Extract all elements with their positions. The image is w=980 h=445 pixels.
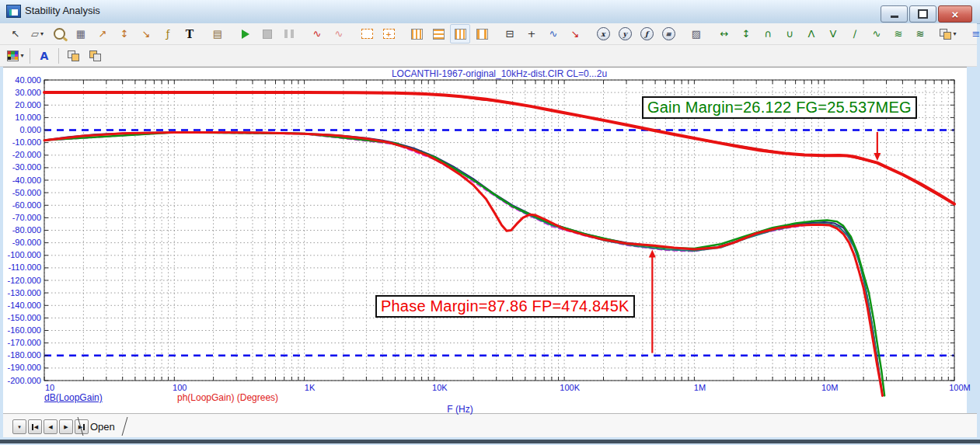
select-tool-button[interactable]: ↖ — [5, 24, 26, 43]
properties-dialog-icon: ▤ — [213, 29, 222, 39]
magnify-region-button[interactable]: + — [378, 24, 399, 43]
cursor-branches-button[interactable] — [450, 24, 470, 43]
gain-margin-annotation[interactable]: Gain Margin=26.122 FG=25.537MEG — [642, 96, 917, 119]
graphics-objects-dropdown-icon[interactable]: ▾ — [40, 30, 44, 37]
valley-button[interactable]: ∪ — [779, 24, 800, 43]
copy-graphics-button[interactable]: ▾ — [938, 24, 958, 43]
phase-margin-annotation[interactable]: Phase Margin=87.86 FP=474.845K — [375, 295, 635, 318]
x-axis-title: F (Hz) — [429, 404, 491, 415]
font-button[interactable]: A — [34, 46, 54, 65]
scroll-menu-button[interactable]: ▾ — [12, 419, 26, 434]
y-tick-label: -120.000 — [2, 276, 41, 285]
send-to-back-button[interactable] — [85, 46, 105, 65]
auto-scale-icon: ↗ — [99, 29, 107, 39]
text-report-button[interactable]: ≡ — [966, 24, 980, 43]
go-to-y-button[interactable]: y — [615, 24, 635, 43]
close-button[interactable]: × — [938, 5, 972, 23]
vertical-tag-icon: ↕ — [742, 29, 751, 39]
y-tick-label: -60.000 — [2, 200, 41, 210]
high-button[interactable]: Λ — [801, 24, 821, 43]
horizontal-cursor-button[interactable]: ⊟ — [500, 24, 520, 43]
cursor-pairs-button[interactable] — [472, 24, 492, 43]
go-to-performance-icon: ƒ — [640, 27, 654, 40]
go-to-branch-button[interactable]: ≡ — [658, 24, 678, 43]
vertical-auto-scale-icon: ↕ — [120, 29, 129, 39]
cursor-branches-icon — [455, 29, 466, 40]
next-plot-button[interactable]: ▶ — [59, 419, 73, 434]
tab-open[interactable]: Open — [78, 417, 127, 436]
go-to-x-button[interactable]: x — [593, 24, 613, 43]
graphics-objects-icon: ▱ — [31, 29, 39, 39]
text-tool-button[interactable]: T — [180, 24, 200, 43]
tracker-cursor-button[interactable]: + — [521, 24, 542, 43]
analysis-plot-button[interactable]: ∿ — [307, 24, 327, 43]
graphics-objects-button[interactable]: ▱▾ — [27, 24, 47, 43]
legend-ph-loopgain[interactable]: ph(LoopGain) (Degrees) — [177, 392, 278, 403]
bring-to-front-button[interactable] — [63, 46, 83, 65]
zoom-window-icon — [54, 28, 65, 40]
auto-scale-button[interactable]: ↗ — [92, 24, 113, 43]
restore-button[interactable] — [909, 5, 936, 23]
previous-plot-button[interactable]: ◀ — [44, 419, 58, 434]
scroll-menu-icon: ▾ — [18, 424, 21, 430]
y-tick-label: -190.000 — [2, 363, 41, 372]
x-tick-label: 1K — [287, 383, 333, 392]
minimize-button[interactable] — [881, 5, 908, 23]
legend-db-loopgain[interactable]: dB(LoopGain) — [44, 392, 103, 403]
slope-button[interactable]: ∕ — [845, 24, 865, 43]
toolbar-separator — [30, 48, 30, 64]
x-tick-label: 10 — [26, 383, 73, 392]
run-button[interactable] — [235, 24, 256, 43]
y-tick-label: -30.000 — [2, 162, 41, 172]
plot-properties-button[interactable]: ▦ — [71, 24, 91, 43]
y-tick-label: -140.000 — [2, 301, 41, 310]
chart-panel — [3, 67, 967, 414]
page-tab-bar: ▾◀◀▶▶ Open — [3, 413, 977, 438]
select-region-button[interactable] — [357, 24, 377, 43]
envelope-top-button[interactable]: ≋ — [888, 24, 909, 43]
color-palette-dropdown-icon[interactable]: ▾ — [20, 52, 23, 59]
optimizer-plot-button[interactable]: ∿ — [329, 24, 349, 43]
first-plot-icon: ◀ — [32, 424, 38, 430]
restore-scale-button[interactable]: ↘ — [136, 24, 156, 43]
low-button[interactable]: V — [823, 24, 843, 43]
next-branch-button[interactable]: ∿ — [543, 24, 563, 43]
select-region-icon — [361, 29, 373, 39]
select-tool-icon: ↖ — [12, 29, 20, 39]
y-tick-label: -10.000 — [2, 137, 41, 147]
peak-button[interactable]: ∩ — [758, 24, 778, 43]
slope-icon: ∕ — [853, 29, 856, 39]
color-palette-icon — [7, 50, 19, 61]
copy-graphics-dropdown-icon[interactable]: ▾ — [953, 30, 956, 37]
y-tick-label: -90.000 — [2, 238, 41, 247]
cursor-values-button[interactable] — [428, 24, 448, 43]
color-palette-button[interactable]: ▾ — [5, 46, 26, 65]
first-plot-button[interactable]: ◀ — [28, 419, 42, 434]
envelope-bottom-button[interactable]: ≋ — [910, 24, 930, 43]
vertical-tag-button[interactable]: ↕ — [736, 24, 756, 43]
y-tick-label: -40.000 — [2, 176, 41, 185]
go-to-performance-button[interactable]: ƒ — [636, 24, 657, 43]
restore-icon — [918, 9, 928, 19]
zoom-window-button[interactable] — [49, 24, 69, 43]
pause-button[interactable] — [279, 24, 299, 43]
edit-annotation-icon: ▨ — [692, 29, 701, 39]
ginput-crossing-button[interactable]: ∿ — [867, 24, 887, 43]
stop-button[interactable] — [257, 24, 277, 43]
window-controls: × — [881, 5, 972, 23]
vertical-auto-scale-button[interactable]: ↕ — [114, 24, 134, 43]
horizontal-tag-button[interactable]: ↔ — [714, 24, 734, 43]
valley-icon: ∪ — [786, 29, 793, 39]
tab-open-label: Open — [90, 421, 115, 433]
app-icon — [6, 5, 21, 18]
envelope-top-icon: ≋ — [895, 29, 903, 39]
y-tick-label: 0.000 — [2, 125, 41, 134]
copy-graphics-icon — [940, 29, 951, 40]
next-plot-icon: ▶ — [64, 424, 68, 430]
cursor-lines-button[interactable] — [406, 24, 427, 43]
edit-annotation-button[interactable]: ▨ — [686, 24, 706, 43]
go-to-marker-button[interactable]: ↘ — [565, 24, 585, 43]
title-bar[interactable]: Stability Analysis × — [0, 0, 980, 24]
properties-dialog-button[interactable]: ▤ — [208, 24, 228, 43]
fx-scale-button[interactable]: ƒ — [158, 24, 178, 43]
